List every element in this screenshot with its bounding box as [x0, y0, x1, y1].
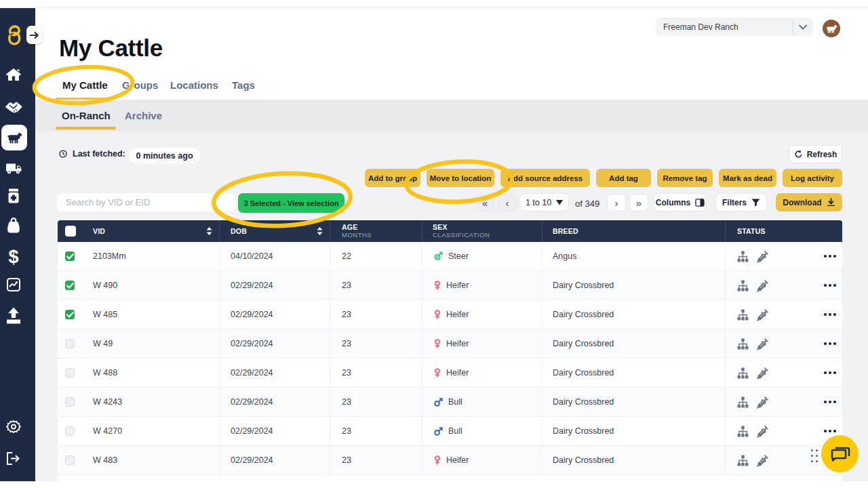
svg-text:$: $	[8, 247, 18, 265]
